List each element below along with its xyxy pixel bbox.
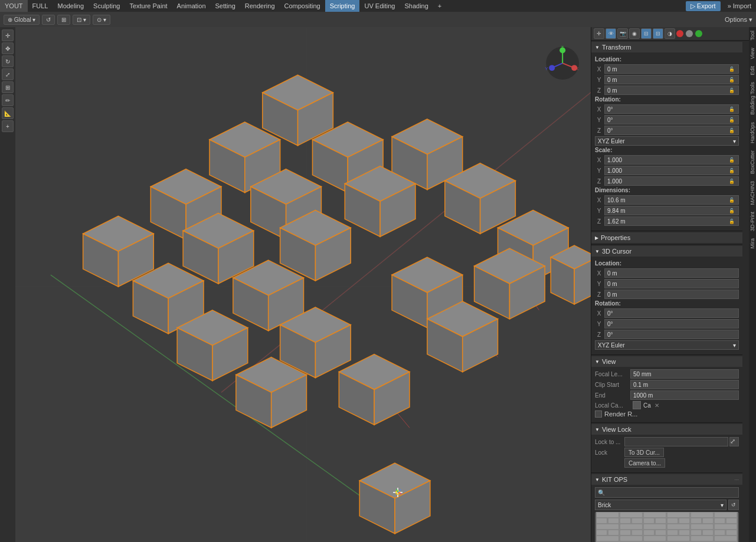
kit-ops-header[interactable]: ▼ KIT OPS ··· xyxy=(591,474,742,485)
panel-icon-render[interactable]: 📷 xyxy=(617,28,628,39)
kitops-refresh-btn[interactable]: ↺ xyxy=(728,500,739,510)
panel-icon-overlays[interactable]: ⊟ xyxy=(653,28,663,39)
location-z-lock[interactable]: 🔓 xyxy=(728,88,736,93)
clip-end-value[interactable]: 1000 m xyxy=(630,390,739,400)
rotation-x-value[interactable]: 0° 🔓 xyxy=(604,104,739,114)
menu-item-rendering[interactable]: Rendering xyxy=(240,0,280,12)
transform-tool[interactable]: ⊞ xyxy=(2,81,14,93)
dim-y-lock[interactable]: 🔓 xyxy=(728,208,736,213)
kitops-search-input[interactable] xyxy=(595,487,739,498)
transform-icon2[interactable]: ⊞ xyxy=(57,15,70,25)
scale-x-value[interactable]: 1.000 🔓 xyxy=(604,155,739,165)
tab-hardops[interactable]: HardOps xyxy=(749,119,756,147)
scale-y-lock[interactable]: 🔓 xyxy=(728,168,736,173)
panel-icon-view[interactable]: 👁 xyxy=(606,28,616,39)
tab-boxcutter[interactable]: BoxCutter xyxy=(749,147,756,178)
focal-value[interactable]: 50 mm xyxy=(630,369,739,379)
rotate-tool[interactable]: ↻ xyxy=(2,55,14,67)
rotation-x-lock[interactable]: 🔓 xyxy=(728,107,736,112)
menu-item-shading[interactable]: Shading xyxy=(400,0,433,12)
lock-to-value[interactable] xyxy=(624,437,728,446)
location-z-value[interactable]: 0 m 🔓 xyxy=(604,86,739,95)
export-button[interactable]: ▷ Export xyxy=(686,1,721,11)
clip-end-row: End 1000 m xyxy=(595,390,739,400)
dim-x-lock[interactable]: 🔓 xyxy=(728,198,736,203)
menu-item-setting[interactable]: Setting xyxy=(211,0,240,12)
3d-viewport[interactable]: X Y Z xyxy=(15,27,598,542)
properties-header[interactable]: ▶ Properties xyxy=(591,232,742,243)
dim-y-row: Y 9.84 m 🔓 xyxy=(595,206,739,215)
tab-mira[interactable]: Mira xyxy=(749,235,756,252)
cursor-ry-value[interactable]: 0° xyxy=(604,319,739,329)
menu-item-texture-paint[interactable]: Texture Paint xyxy=(125,0,172,12)
transform-icon1[interactable]: ↺ xyxy=(42,15,55,25)
menu-item-full[interactable]: FULL xyxy=(28,0,53,12)
cursor-rx-value[interactable]: 0° xyxy=(604,308,739,318)
rotation-z-value[interactable]: 0° 🔓 xyxy=(604,126,739,135)
menu-item-yout[interactable]: YOUT xyxy=(0,0,28,12)
tab-tool[interactable]: Tool xyxy=(749,27,756,44)
local-cam-close[interactable]: ✕ xyxy=(654,402,659,409)
kitops-brick-select[interactable]: Brick ▾ xyxy=(595,500,726,510)
tab-building-tools[interactable]: Building Tools xyxy=(749,78,756,118)
annotate-tool[interactable]: ✏ xyxy=(2,94,14,106)
rotation-z-lock[interactable]: 🔓 xyxy=(728,128,736,133)
transform-header[interactable]: ▼ Transform xyxy=(591,42,742,52)
euler-dropdown[interactable]: XYZ Euler ▾ xyxy=(595,136,739,146)
cursor-rz-value[interactable]: 0° xyxy=(604,330,739,339)
location-x-value[interactable]: 0 m 🔓 xyxy=(604,64,739,74)
local-cam-box[interactable] xyxy=(633,401,641,409)
location-y-lock[interactable]: 🔓 xyxy=(728,77,736,83)
tab-edit[interactable]: Edit xyxy=(749,63,756,79)
scale-y-value[interactable]: 1.000 🔓 xyxy=(604,166,739,175)
measure-tool[interactable]: 📐 xyxy=(2,107,14,119)
tab-view[interactable]: View xyxy=(749,44,756,63)
tab-3dprint[interactable]: 3D-Print xyxy=(749,208,756,235)
import-button[interactable]: » Import xyxy=(723,1,756,11)
cursor-x-row: X 0 m xyxy=(595,268,739,278)
panel-icon-cursor[interactable]: ✛ xyxy=(594,28,604,39)
options-button[interactable]: Options ▾ xyxy=(725,16,752,24)
proportional-icon[interactable]: ⊙ ▾ xyxy=(93,15,110,25)
rotation-y-value[interactable]: 0° 🔓 xyxy=(604,115,739,124)
tab-machin3[interactable]: MACHIN3 xyxy=(749,178,756,209)
menu-item-scripting[interactable]: Scripting xyxy=(325,0,360,12)
add-tool[interactable]: + xyxy=(2,120,14,132)
scale-z-lock[interactable]: 🔓 xyxy=(728,179,736,184)
location-y-value[interactable]: 0 m 🔓 xyxy=(604,75,739,84)
camera-to-btn[interactable]: Camera to... xyxy=(624,458,665,468)
scale-x-lock[interactable]: 🔓 xyxy=(728,157,736,163)
menu-item-sculpting[interactable]: Sculpting xyxy=(89,0,125,12)
cursor-z-value[interactable]: 0 m xyxy=(604,290,739,299)
to-3d-cursor-btn[interactable]: To 3D Cur... xyxy=(624,448,664,457)
menu-item-plus[interactable]: + xyxy=(433,0,446,12)
rotation-y-lock[interactable]: 🔓 xyxy=(728,117,736,123)
dim-y-value[interactable]: 9.84 m 🔓 xyxy=(604,206,739,215)
move-tool[interactable]: ✥ xyxy=(2,42,14,54)
location-x-lock[interactable]: 🔓 xyxy=(728,67,736,72)
cursor-euler-dropdown[interactable]: XYZ Euler ▾ xyxy=(595,340,739,350)
dim-x-value[interactable]: 10.6 m 🔓 xyxy=(604,195,739,205)
dim-z-value[interactable]: 1.62 m 🔓 xyxy=(604,216,739,226)
lock-to-link[interactable]: ⤢ xyxy=(729,437,739,446)
scale-z-value[interactable]: 1.000 🔓 xyxy=(604,176,739,186)
transform-icon3[interactable]: ⊡ ▾ xyxy=(73,15,90,25)
panel-icon-material[interactable]: ◉ xyxy=(629,28,640,39)
cursor-y-value[interactable]: 0 m xyxy=(604,279,739,288)
cursor-header[interactable]: ▼ 3D Cursor xyxy=(591,246,742,257)
menu-item-uv-editing[interactable]: UV Editing xyxy=(359,0,400,12)
menu-item-modeling[interactable]: Modeling xyxy=(53,0,89,12)
view-lock-header[interactable]: ▼ View Lock xyxy=(591,424,742,435)
panel-icon-shading[interactable]: ◑ xyxy=(665,28,675,39)
global-dropdown[interactable]: ⊕ Global ▾ xyxy=(4,15,40,25)
cursor-tool[interactable]: ✛ xyxy=(2,29,14,41)
cursor-x-value[interactable]: 0 m xyxy=(604,268,739,278)
clip-start-value[interactable]: 0.1 m xyxy=(630,380,739,389)
render-lock-checkbox[interactable] xyxy=(595,410,602,418)
dim-z-lock[interactable]: 🔓 xyxy=(728,219,736,224)
panel-icon-display[interactable]: ⊟ xyxy=(641,28,652,39)
view-header[interactable]: ▼ View xyxy=(591,356,742,367)
menu-item-animation[interactable]: Animation xyxy=(172,0,211,12)
scale-tool[interactable]: ⤢ xyxy=(2,68,14,80)
menu-item-compositing[interactable]: Compositing xyxy=(280,0,325,12)
